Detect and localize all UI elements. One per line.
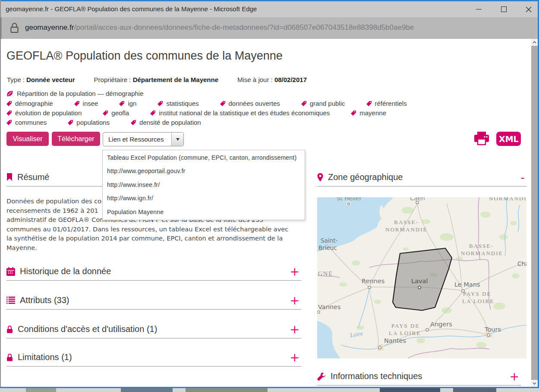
section-attributs[interactable]: Attributs (33) + xyxy=(6,295,301,310)
tag-item[interactable]: données ouvertes xyxy=(220,100,280,107)
lock-icon xyxy=(9,22,19,34)
window-border-bottom xyxy=(0,387,539,388)
meta-update: Mise à jour : 08/02/2017 xyxy=(237,76,307,83)
menu-item[interactable]: Population Mayenne xyxy=(103,205,305,219)
print-button[interactable] xyxy=(473,132,490,147)
tag-icon xyxy=(67,120,73,126)
section-title: Informations techniques xyxy=(331,371,422,381)
expand-toggle[interactable]: + xyxy=(290,297,299,304)
tag-item[interactable]: geofla xyxy=(102,109,129,117)
tag-item[interactable]: mayenne xyxy=(350,109,386,117)
tag-row-1: démographie insee ign statistiques donné… xyxy=(6,100,407,107)
visualize-button[interactable]: Visualiser xyxy=(6,132,49,146)
url-path: /portail/acces-aux-donnees/donnees/fiche… xyxy=(74,23,414,32)
tag-item[interactable]: statistiques xyxy=(157,100,199,107)
address-bar: geomayenne.fr/portail/acces-aux-donnees/… xyxy=(0,17,539,39)
tag-icon xyxy=(130,120,136,126)
tag-item[interactable]: densité de population xyxy=(130,119,201,126)
section-informations-techniques[interactable]: Informations techniques + xyxy=(317,371,521,386)
expand-toggle[interactable]: + xyxy=(290,268,299,275)
section-title: Résumé xyxy=(17,172,49,182)
menu-item[interactable]: http://www.geoportail.gouv.fr xyxy=(103,164,305,178)
tag-item[interactable]: communes xyxy=(6,119,47,126)
tag-icon xyxy=(6,120,12,126)
tag-item[interactable]: populations xyxy=(67,119,110,126)
browser-window: geomayenne.fr - GEOFLA® Population des c… xyxy=(0,0,539,392)
expand-toggle[interactable]: + xyxy=(290,354,299,361)
section-title: Historique de la donnée xyxy=(20,266,111,276)
chevron-down-icon xyxy=(176,138,180,141)
xml-button[interactable]: XML xyxy=(496,132,521,146)
maximize-button[interactable] xyxy=(498,4,509,15)
url-field[interactable]: geomayenne.fr/portail/acces-aux-donnees/… xyxy=(25,23,414,32)
map-pin-icon xyxy=(317,173,323,182)
expand-toggle[interactable]: + xyxy=(509,373,519,380)
geographic-map[interactable]: St Helier Caen NORMANDIE BASSE- NORMANDI… xyxy=(317,197,526,358)
wrench-icon xyxy=(317,372,326,381)
tag-icon xyxy=(6,101,12,107)
tag-icon xyxy=(74,101,80,107)
page-title: GEOFLA® Population des communes de la Ma… xyxy=(6,49,283,63)
tag-item[interactable]: évolution de population xyxy=(6,109,82,117)
calendar-icon xyxy=(6,267,15,276)
minimize-button[interactable] xyxy=(473,4,484,15)
tag-item[interactable]: référentiels xyxy=(366,100,407,107)
close-button[interactable] xyxy=(523,4,534,15)
section-title: Conditions d'accès et d'utilisation (1) xyxy=(18,324,157,334)
tag-row-2: évolution de population geofla institut … xyxy=(6,109,386,117)
dropdown-arrow-button[interactable] xyxy=(171,133,183,146)
bookmark-icon xyxy=(6,173,13,181)
minimize-icon xyxy=(476,9,482,9)
chevron-up-icon xyxy=(533,41,536,44)
menu-item[interactable]: Tableau Excel Population (commune, EPCI,… xyxy=(103,151,305,164)
tag-icon xyxy=(150,110,156,116)
resources-select[interactable]: Lien et Ressources xyxy=(103,132,184,146)
close-icon xyxy=(526,6,532,13)
tag-item[interactable]: démographie xyxy=(6,100,53,107)
category-row: Répartition de la population — démograph… xyxy=(6,90,144,97)
window-border-top xyxy=(0,0,539,1)
scroll-up-button[interactable] xyxy=(531,39,538,46)
tag-icon xyxy=(119,101,125,107)
lock-icon xyxy=(6,353,13,361)
menu-item[interactable]: http://www.insee.fr/ xyxy=(103,178,305,192)
tag-icon xyxy=(366,101,372,107)
section-zone-geographique[interactable]: Zone géographique - xyxy=(317,172,526,187)
download-button[interactable]: Télécharger xyxy=(52,132,100,146)
leaf-icon xyxy=(6,90,13,97)
lock-icon xyxy=(6,325,13,333)
window-border-left xyxy=(0,0,1,388)
scroll-down-button[interactable] xyxy=(531,380,538,387)
titlebar: geomayenne.fr - GEOFLA® Population des c… xyxy=(0,1,539,17)
section-conditions[interactable]: Conditions d'accès et d'utilisation (1) … xyxy=(6,324,301,338)
tag-icon xyxy=(157,101,163,107)
tag-item[interactable]: institut national de la statistique et d… xyxy=(150,109,330,117)
collapse-toggle[interactable]: - xyxy=(520,174,525,181)
meta-owner: Propriétaire : Département de la Mayenne xyxy=(94,76,218,83)
section-historique[interactable]: Historique de la donnée + xyxy=(6,266,301,281)
category-label: Répartition de la population — démograph… xyxy=(17,90,144,97)
vertical-scrollbar[interactable] xyxy=(531,39,538,387)
resources-select-label: Lien et Ressources xyxy=(103,133,171,146)
tag-item[interactable]: ign xyxy=(119,100,136,107)
tag-icon xyxy=(102,110,108,116)
tag-item[interactable]: grand public xyxy=(301,100,345,107)
meta-type: Type : Donnée vecteur xyxy=(7,76,75,83)
tag-icon xyxy=(350,110,356,116)
menu-item[interactable]: http://www.ign.fr/ xyxy=(103,192,305,205)
list-icon xyxy=(6,297,15,304)
url-domain: geomayenne.fr xyxy=(25,23,74,32)
section-limitations[interactable]: Limitations (1) + xyxy=(6,352,301,367)
tag-row-3: communes populations densité de populati… xyxy=(6,119,201,126)
page-content: GEOFLA® Population des communes de la Ma… xyxy=(0,39,538,387)
section-title: Attributs (33) xyxy=(20,295,69,305)
map-canvas xyxy=(317,197,526,358)
expand-toggle[interactable]: + xyxy=(290,326,299,333)
window-title: geomayenne.fr - GEOFLA® Population des c… xyxy=(6,5,257,13)
resources-dropdown-menu: Tableau Excel Population (commune, EPCI,… xyxy=(102,150,305,220)
section-title: Limitations (1) xyxy=(18,352,72,362)
scrollbar-thumb[interactable] xyxy=(531,46,538,380)
tag-item[interactable]: insee xyxy=(74,100,98,107)
metadata-row: Type : Donnée vecteur Propriétaire : Dép… xyxy=(7,76,307,83)
section-title: Zone géographique xyxy=(328,172,403,182)
